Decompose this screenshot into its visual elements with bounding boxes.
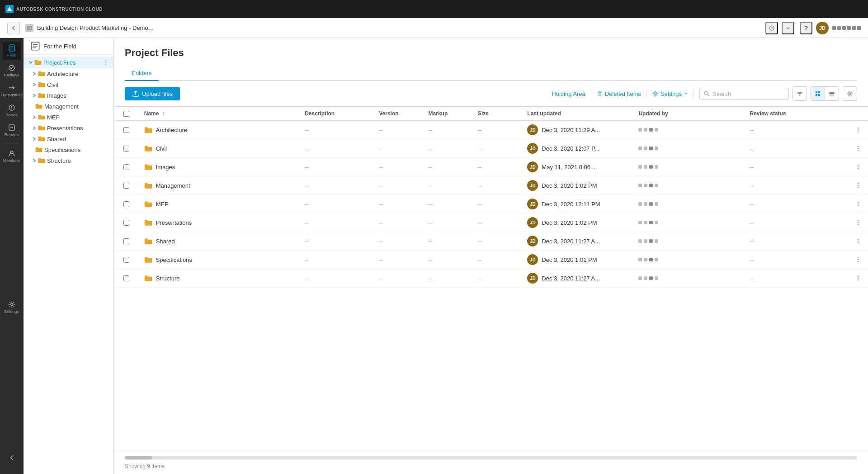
status-dot-3 [649,184,653,187]
tree-label-specifications: Specifications [44,147,80,153]
column-header-description[interactable]: Description [299,107,373,121]
for-the-field-item[interactable]: For the Field [24,38,113,55]
row-actions [849,181,863,190]
folder-name-link[interactable]: Management [144,181,294,190]
status-dot-2 [644,258,647,261]
nav-item-files[interactable]: Files [3,42,21,60]
tree-item-presentations[interactable]: Presentations [24,123,113,133]
reports-nav-icon [8,123,16,132]
svg-point-19 [858,128,859,128]
list-view-button[interactable] [825,86,839,101]
column-header-version[interactable]: Version [373,107,423,121]
row-checkbox[interactable] [123,201,129,207]
size-column-label: Size [478,110,489,117]
folder-name-link[interactable]: Shared [144,237,294,245]
column-header-review-status[interactable]: Review status [745,107,844,121]
folder-name-link[interactable]: Images [144,163,294,171]
row-size-value: -- [478,219,482,226]
row-more-button[interactable] [854,181,863,190]
tree-more-project-files[interactable] [102,58,110,66]
row-checkbox[interactable] [123,183,129,189]
row-more-button[interactable] [854,144,863,153]
project-settings-icon[interactable] [765,22,778,34]
column-settings-button[interactable] [843,86,857,101]
row-size-cell: -- [472,251,522,269]
folder-name-link[interactable]: Presentations [144,218,294,227]
back-button[interactable] [7,22,20,34]
row-checkbox[interactable] [123,146,129,152]
row-more-button[interactable] [854,125,863,134]
horizontal-scrollbar[interactable] [125,456,857,460]
tree-item-management[interactable]: Management [24,101,113,112]
row-last-updated-cell: JD Dec 3, 2020 11:27 A... [522,232,633,251]
row-more-button[interactable] [854,199,863,209]
row-review-indicators [638,184,739,187]
svg-point-18 [849,93,851,95]
folder-name-link[interactable]: Structure [144,274,294,282]
row-checkbox[interactable] [123,275,129,281]
row-checkbox-cell [114,158,139,176]
row-more-button[interactable] [854,162,863,171]
row-review-status-cell: -- [745,158,844,176]
nav-item-issues[interactable]: Issues [3,101,21,119]
status-dot-4 [655,276,658,280]
row-more-button[interactable] [854,237,863,246]
help-button[interactable]: ? [800,22,812,34]
nav-item-reviews[interactable]: Reviews [3,62,21,80]
holding-area-link[interactable]: Holding Area [552,90,585,97]
folder-icon-mep [38,114,45,121]
row-more-button[interactable] [854,274,863,283]
chevron-down-icon[interactable] [782,22,794,34]
files-nav-icon [8,44,16,52]
row-actions [849,199,863,209]
column-header-size[interactable]: Size [472,107,522,121]
tree-item-specifications[interactable]: Specifications [24,144,113,155]
row-description-value: -- [305,182,309,189]
row-checkbox[interactable] [123,220,129,226]
upload-files-button[interactable]: Upload files [125,87,180,100]
tree-item-shared[interactable]: Shared [24,133,113,144]
tab-folders[interactable]: Folders [125,66,159,81]
column-header-name[interactable]: Name ↑ [139,107,299,121]
folder-name-link[interactable]: MEP [144,200,294,208]
deleted-items-link[interactable]: Deleted Items [597,90,641,97]
tree-item-project-files[interactable]: Project Files [24,57,113,68]
folder-name-link[interactable]: Architecture [144,126,294,134]
tree-item-architecture[interactable]: Architecture [24,68,113,79]
row-checkbox[interactable] [123,164,129,170]
search-input[interactable] [712,90,785,97]
tree-item-structure[interactable]: Structure [24,155,113,166]
row-last-updated-value: Dec 3, 2020 1:01 PM [542,256,597,263]
scrollbar-thumb[interactable] [125,456,152,460]
user-avatar[interactable]: JD [816,22,829,34]
nav-item-transmittals[interactable]: Transmittals [3,81,21,100]
folder-name-link[interactable]: Civil [144,144,294,152]
column-header-last-updated[interactable]: Last updated [522,107,633,121]
row-last-updated-value: Dec 3, 2020 1:02 PM [542,182,597,189]
row-checkbox[interactable] [123,238,129,244]
row-more-button[interactable] [854,255,863,264]
toolbar-divider-2 [646,89,647,98]
row-checkbox[interactable] [123,257,129,263]
tree-item-civil[interactable]: Civil [24,79,113,90]
nav-collapse-btn[interactable] [3,449,21,470]
toolbar-divider-1 [591,89,591,98]
folder-name-link[interactable]: Specifications [144,256,294,264]
updated-by-column-label: Updated by [638,110,668,117]
filter-button[interactable] [793,86,807,101]
row-checkbox[interactable] [123,127,129,133]
row-updated-by-cell [633,232,744,251]
tree-item-mep[interactable]: MEP [24,112,113,123]
column-header-updated-by[interactable]: Updated by [633,107,744,121]
column-header-markup[interactable]: Markup [423,107,472,121]
collapse-icon[interactable] [3,449,21,467]
settings-link[interactable]: Settings [652,90,688,97]
select-all-checkbox[interactable] [123,111,129,117]
nav-item-settings[interactable]: Settings [3,298,21,316]
nav-item-reports[interactable]: Reports [3,121,21,139]
grid-view-button[interactable] [811,86,825,101]
nav-item-members[interactable]: Members [3,147,21,165]
content-toolbar: Upload files Holding Area Deleted Items … [114,81,868,107]
row-more-button[interactable] [854,218,863,227]
tree-item-images[interactable]: Images [24,90,113,101]
